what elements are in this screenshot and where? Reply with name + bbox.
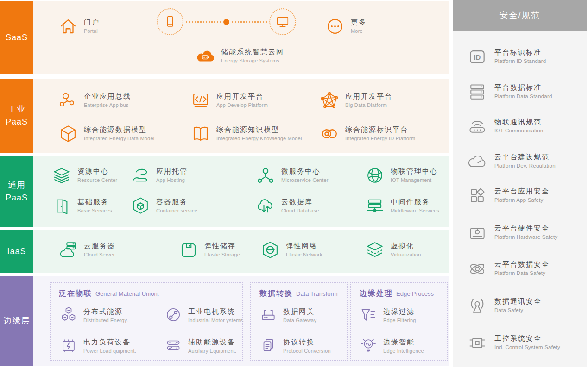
app-hosting-hand-icon: [131, 166, 150, 185]
item-label-cn: 工业电机系统: [188, 307, 245, 316]
cloud-server-icon: [58, 240, 78, 260]
item-label-cn: 虚拟化: [391, 242, 421, 250]
app-hosting-item: 应用托管App Hosting: [131, 166, 188, 185]
data-gateway-icon: [259, 306, 277, 324]
item-label-cn: 中间件服务: [391, 198, 439, 206]
item-label-en: Integrated Energy ID Platform: [345, 136, 415, 141]
layer-label-general-paas: 通用PaaS: [6, 179, 28, 204]
item-label-cn: 云数据库: [281, 198, 319, 206]
layer-row-saas: SaaS 门户 Portal 更多 More 储能系统智慧: [0, 1, 449, 74]
industrial-motor-icon: [164, 306, 182, 324]
layer-band-saas: SaaS: [0, 1, 33, 74]
security-column-header: 安全/规范: [453, 0, 587, 31]
container-service-item: 容器服务Container service: [131, 196, 197, 216]
item-label-cn: 协议转换: [283, 338, 331, 347]
item-label-en: Integrated Energy Knowledge Model: [216, 136, 302, 141]
dotted-connector: [232, 21, 267, 23]
basic-services-item: 基础服务Basic Services: [52, 196, 112, 216]
item-label-cn: 资源中心: [77, 167, 117, 176]
big-data-platform-item: 应用开发平台Big Data Dlatform: [320, 91, 392, 110]
layer-row-edge: 边缘层 泛在物联General Material Union. 分布式能源Dis…: [0, 276, 449, 366]
item-label-cn: 辅助能源设备: [188, 338, 236, 347]
industrial-control-safety-item: 工控系统安全Ind. Control System Safety: [467, 333, 560, 353]
item-label-cn: 云服务器: [84, 242, 115, 250]
more-ellipsis-icon: [325, 17, 345, 36]
item-label-cn: 云平台数据安全: [494, 260, 550, 269]
code-platform-icon: [191, 91, 210, 110]
iot-communication-item: 物联通讯规范IOT Communication: [467, 116, 543, 137]
item-label-cn: 弹性网络: [286, 242, 322, 250]
item-label-en: Platform Dev. Regulation: [494, 163, 556, 168]
layer-band-general-paas: 通用PaaS: [0, 156, 33, 227]
security-column: 安全/规范 平台标识标准Platform ID Standard 平台数据标准P…: [453, 0, 587, 367]
item-label-cn: 容器服务: [156, 198, 197, 206]
elastic-network-icon: [260, 240, 280, 260]
item-label-en: IOT Communication: [494, 128, 543, 133]
device-sync-graphic: [157, 8, 296, 35]
platform-dev-regulation-item: 云平台建设规范Platform Dev. Regulation: [467, 151, 556, 172]
data-gateway-item: 数据网关Data Gateway: [259, 306, 316, 324]
item-label-cn: 平台标识标准: [494, 48, 546, 57]
item-label-cn: 微服务中心: [281, 167, 329, 176]
hardware-safety-drive-icon: [467, 223, 487, 243]
item-label-en: Enterprise App bus: [84, 102, 131, 108]
edge-panel: 泛在物联General Material Union. 分布式能源Distrib…: [33, 276, 449, 366]
middleware-services-item: 中间件服务Middleware Services: [365, 196, 439, 216]
layer-row-iaas: IaaS 云服务器Cloud Server 弹性储存Elastic Storag…: [0, 230, 449, 273]
item-label-cn: 平台数据标准: [494, 83, 552, 92]
edge-filtering-item: 边缘过滤Edge Filtering: [360, 306, 416, 324]
container-hexagon-icon: [131, 196, 150, 216]
sync-dot-icon: [223, 19, 229, 25]
item-label-cn: 应用开发平台: [216, 92, 268, 101]
home-icon: [58, 17, 78, 36]
item-label-cn: 云平台硬件安全: [494, 224, 557, 233]
item-label-cn: 物联管理中心: [391, 167, 438, 176]
edge-group-data-transform: 数据转换Data Transform 数据网关Data Gateway 协议转换…: [250, 282, 348, 361]
portal-item: 门户 Portal: [58, 17, 100, 36]
edge-group-title: 泛在物联General Material Union.: [59, 289, 159, 299]
item-label-en: Protocol Conversion: [283, 348, 331, 354]
group-title-cn: 泛在物联: [59, 289, 92, 297]
cloud-database-item: 云数据库Cloud Database: [256, 196, 319, 216]
dotted-connector: [186, 21, 221, 23]
distributed-energy-item: 分布式能源Distributed Energy.: [60, 306, 128, 324]
item-label-en: Cloud Database: [281, 208, 319, 213]
layer-label-edge: 边缘层: [4, 315, 30, 327]
platform-data-safety-item: 云平台数据安全Platform Data Safety: [467, 259, 550, 279]
energy-label-en: Energy Storage Systems: [221, 58, 284, 63]
smartphone-icon: [163, 15, 177, 29]
edge-group-title: 边缘处理Edge Process: [360, 289, 434, 299]
item-label-cn: 应用开发平台: [345, 92, 392, 101]
auxiliary-equipment-item: 辅助能源设备Auxiliary Equipment.: [164, 337, 236, 354]
layer-band-industrial-paas: 工业PaaS: [0, 79, 33, 153]
resource-layers-icon: [52, 166, 71, 185]
item-label-cn: 边缘过滤: [383, 307, 416, 316]
cloud-database-icon: [256, 196, 275, 216]
item-label-cn: 应用托管: [156, 167, 188, 176]
item-label-en: Integrated Energy Data Model: [84, 136, 154, 141]
portal-label-en: Portal: [84, 28, 100, 34]
group-title-en: Edge Process: [396, 290, 434, 297]
layer-label-iaas: IaaS: [7, 245, 26, 258]
microservice-center-item: 微服务中心Microservice Center: [256, 166, 329, 185]
item-label-en: Elastic Network: [286, 252, 322, 257]
control-chip-icon: [467, 333, 487, 353]
general-paas-panel: 资源中心Resource Center 应用托管App Hosting 微服务中…: [33, 156, 449, 227]
portal-label-cn: 门户: [84, 18, 100, 27]
edge-filter-icon: [360, 306, 377, 324]
item-label-en: Platform Hardware Safety: [494, 234, 557, 240]
item-label-en: IOT Management: [391, 177, 438, 183]
platform-architecture-diagram: SaaS 门户 Portal 更多 More 储能系统智慧: [0, 0, 588, 368]
group-title-en: General Material Union.: [95, 290, 159, 297]
item-label-en: Container service: [156, 208, 197, 213]
energy-storage-item: 储能系统智慧云网 Energy Storage Systems: [196, 46, 284, 66]
edge-intelligence-item: 边缘智能Edge Intelligence: [360, 337, 424, 354]
power-load-icon: [60, 337, 77, 354]
layer-band-edge: 边缘层: [0, 276, 33, 366]
elastic-storage-icon: [179, 240, 198, 260]
comm-safety-antenna-icon: [467, 296, 487, 316]
group-title-en: Data Transform: [296, 290, 338, 297]
item-label-cn: 物联通讯规范: [494, 118, 543, 126]
item-label-en: Big Data Dlatform: [345, 102, 392, 108]
microservice-nodes-icon: [256, 166, 275, 185]
